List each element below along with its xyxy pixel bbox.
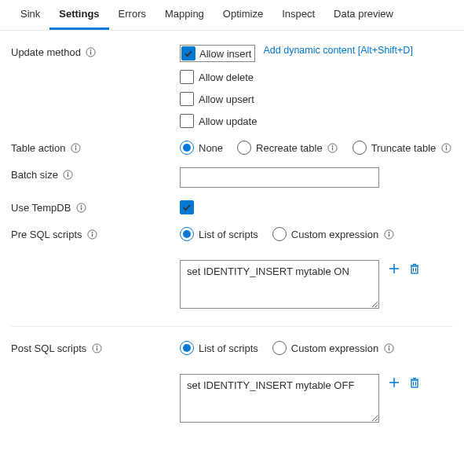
plus-icon[interactable] xyxy=(387,262,401,276)
info-icon[interactable] xyxy=(87,229,98,240)
post-sql-mode-expr[interactable]: Custom expression xyxy=(272,341,394,355)
table-action-label: Table action xyxy=(11,142,65,154)
tab-mapping[interactable]: Mapping xyxy=(155,0,214,30)
table-action-recreate[interactable]: Recreate table xyxy=(237,141,338,155)
tab-optimize[interactable]: Optimize xyxy=(214,0,272,30)
post-sql-script-textarea[interactable] xyxy=(180,374,379,423)
info-icon[interactable] xyxy=(440,142,451,153)
radio-icon xyxy=(180,341,194,355)
info-icon[interactable] xyxy=(383,229,394,240)
info-icon[interactable] xyxy=(63,170,74,181)
allow-insert-checkbox[interactable] xyxy=(181,46,195,60)
tab-data-preview[interactable]: Data preview xyxy=(324,0,403,30)
allow-update-checkbox[interactable] xyxy=(180,114,194,128)
use-tempdb-label: Use TempDB xyxy=(11,202,71,214)
post-sql-label: Post SQL scripts xyxy=(11,342,86,354)
pre-sql-mode-list[interactable]: List of scripts xyxy=(180,227,258,241)
allow-delete-label: Allow delete xyxy=(199,71,254,83)
trash-icon[interactable] xyxy=(407,375,422,390)
divider xyxy=(11,326,453,327)
pre-sql-label: Pre SQL scripts xyxy=(11,229,82,240)
radio-icon xyxy=(180,141,194,155)
table-action-none[interactable]: None xyxy=(180,141,223,155)
pre-sql-script-textarea[interactable] xyxy=(180,260,379,309)
post-sql-mode-list[interactable]: List of scripts xyxy=(180,341,258,355)
info-icon[interactable] xyxy=(86,47,97,58)
tab-sink[interactable]: Sink xyxy=(11,0,49,30)
tab-inspect[interactable]: Inspect xyxy=(272,0,324,30)
add-dynamic-content-link[interactable]: Add dynamic content [Alt+Shift+D] xyxy=(263,45,412,56)
allow-insert-label: Allow insert xyxy=(199,48,251,60)
trash-icon[interactable] xyxy=(407,262,422,276)
info-icon[interactable] xyxy=(75,203,86,214)
tab-bar: Sink Settings Errors Mapping Optimize In… xyxy=(0,0,464,31)
update-method-label: Update method xyxy=(11,46,81,58)
tab-errors[interactable]: Errors xyxy=(109,0,155,30)
tab-settings[interactable]: Settings xyxy=(49,0,108,30)
radio-icon xyxy=(180,227,194,241)
radio-icon xyxy=(237,141,251,155)
batch-size-label: Batch size xyxy=(11,169,58,181)
radio-icon xyxy=(353,141,367,155)
settings-panel: Update method Allow insert Add dynamic c… xyxy=(0,31,464,459)
allow-upsert-checkbox[interactable] xyxy=(180,92,194,106)
batch-size-input[interactable] xyxy=(180,167,379,188)
allow-upsert-label: Allow upsert xyxy=(199,93,254,105)
info-icon[interactable] xyxy=(383,342,394,353)
plus-icon[interactable] xyxy=(387,375,401,390)
pre-sql-mode-expr[interactable]: Custom expression xyxy=(272,227,394,241)
radio-icon xyxy=(272,341,287,355)
allow-delete-checkbox[interactable] xyxy=(180,70,194,84)
info-icon[interactable] xyxy=(91,343,102,354)
use-tempdb-checkbox[interactable] xyxy=(180,200,194,214)
table-action-truncate[interactable]: Truncate table xyxy=(353,141,452,155)
info-icon[interactable] xyxy=(70,143,81,154)
info-icon[interactable] xyxy=(327,142,338,153)
allow-update-label: Allow update xyxy=(199,115,257,127)
radio-icon xyxy=(272,227,287,241)
